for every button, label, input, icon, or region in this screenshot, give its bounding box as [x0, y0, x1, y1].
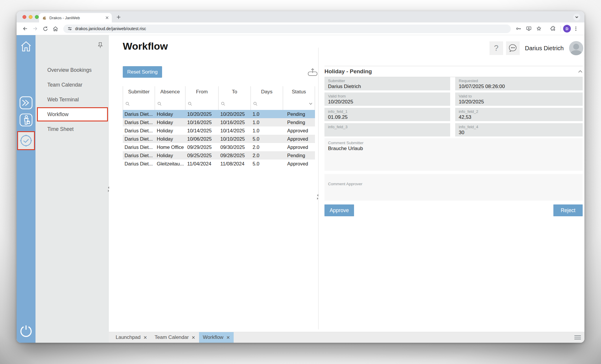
workflow-list-area: Workflow Reset Sorting SubmitterAbsenceF…: [109, 35, 319, 332]
tab-close-icon[interactable]: [105, 16, 109, 20]
field-requested[interactable]: Requested10/07/2025 08:26:00: [455, 77, 583, 90]
column-header-status[interactable]: Status: [283, 86, 315, 98]
close-icon[interactable]: ×: [226, 334, 230, 340]
close-icon[interactable]: ×: [143, 334, 147, 340]
web-terminal-nav-icon[interactable]: [17, 95, 35, 110]
browser-profile-avatar[interactable]: D: [563, 25, 571, 32]
comment-approver-field[interactable]: Comment Approver: [324, 174, 583, 201]
detail-accordion-header[interactable]: Holiday - Pending: [324, 66, 583, 77]
employee-nav-icon[interactable]: [17, 113, 35, 127]
window-controls: [22, 15, 39, 19]
bookmark-star-icon[interactable]: [534, 24, 544, 34]
address-bar[interactable]: drakos.janicloud.de/janiweb/outest.risc: [63, 25, 511, 33]
filter-submitter[interactable]: [123, 98, 155, 110]
password-key-icon[interactable]: [514, 24, 524, 34]
export-icon[interactable]: [307, 68, 318, 77]
sidebar-resize-handle[interactable]: [108, 186, 110, 192]
cell: 2.0: [251, 144, 283, 150]
time-sheet-nav-icon[interactable]: [19, 134, 33, 147]
window-minimize-button[interactable]: [29, 15, 33, 19]
cell: Holiday: [155, 128, 185, 134]
sidebar-item-team-calendar[interactable]: Team Calendar: [35, 77, 109, 92]
window-close-button[interactable]: [22, 15, 26, 19]
bottom-tab-workflow[interactable]: Workflow×: [199, 332, 234, 343]
sidebar-item-time-sheet[interactable]: Time Sheet: [35, 122, 109, 136]
bottom-tab-team-calendar[interactable]: Team Calendar×: [151, 332, 199, 343]
filter-absence[interactable]: [155, 98, 185, 110]
field-label: Requested: [459, 79, 579, 83]
icon-rail: [17, 35, 35, 343]
cell: 1.0: [251, 120, 283, 125]
install-app-icon[interactable]: [524, 24, 534, 34]
workflow-table: SubmitterAbsenceFromToDaysStatus Darius …: [123, 86, 315, 168]
comment-submitter-field[interactable]: Comment Submitter Brauche Urlaub: [324, 138, 583, 171]
field-valid-from[interactable]: Valid from10/20/2025: [324, 92, 450, 106]
column-header-absence[interactable]: Absence: [155, 86, 185, 98]
chat-button[interactable]: [506, 41, 520, 55]
browser-window: Drakos - JaniWeb: [17, 11, 584, 343]
close-icon[interactable]: ×: [192, 334, 195, 340]
reject-button[interactable]: Reject: [553, 204, 583, 216]
forward-icon[interactable]: [30, 24, 40, 34]
help-button[interactable]: ?: [489, 41, 503, 55]
bottom-tab-launchpad[interactable]: Launchpad×: [112, 332, 151, 343]
window-zoom-button[interactable]: [35, 15, 39, 19]
cell: 1.0: [251, 128, 283, 134]
chevron-up-icon[interactable]: [578, 70, 583, 73]
back-icon[interactable]: [20, 24, 30, 34]
cell: 1.0: [251, 111, 283, 117]
annotation-highlight-clock: [17, 131, 35, 150]
field-info-feld-3[interactable]: info_feld_3: [324, 123, 450, 136]
browser-menu-kebab-icon[interactable]: [571, 24, 581, 34]
detail-panel: ? Darius Dietrich Holiday - Pending: [319, 35, 584, 332]
tab-list-menu-icon[interactable]: [574, 335, 581, 339]
filter-status[interactable]: [283, 98, 315, 110]
field-info-feld-1[interactable]: info_feld_101.09.25: [324, 108, 450, 121]
home-icon[interactable]: [50, 24, 60, 34]
sidebar-menu-panel: Overview BookingsTeam CalendarWeb Termin…: [35, 35, 109, 343]
field-submitter[interactable]: SubmitterDarius Dietrich: [324, 77, 450, 90]
main-column: Workflow Reset Sorting SubmitterAbsenceF…: [109, 35, 584, 343]
field-info-feld-2[interactable]: info_feld_242,53: [455, 108, 583, 121]
table-row[interactable]: Darius Diet...Holiday10/06/202510/10/202…: [123, 135, 315, 143]
new-tab-button[interactable]: [115, 14, 122, 20]
field-info-feld-4[interactable]: info_feld_430: [455, 123, 583, 136]
column-header-submitter[interactable]: Submitter: [123, 86, 155, 98]
cell: Approved: [283, 161, 315, 167]
sidebar-item-web-terminal[interactable]: Web Terminal: [35, 92, 109, 107]
app-content: Overview BookingsTeam CalendarWeb Termin…: [17, 35, 584, 343]
table-row[interactable]: Darius Diet...Holiday10/16/202510/16/202…: [123, 118, 315, 126]
cell: 5.0: [251, 161, 283, 167]
comment-approver-label: Comment Approver: [328, 182, 579, 186]
cell: Darius Diet...: [123, 161, 155, 167]
reset-sorting-button[interactable]: Reset Sorting: [123, 66, 162, 78]
cell: Pending: [283, 120, 315, 125]
column-header-to[interactable]: To: [219, 86, 251, 98]
column-header-days[interactable]: Days: [251, 86, 283, 98]
home-nav-icon[interactable]: [17, 40, 35, 53]
logout-power-icon[interactable]: [17, 323, 35, 339]
reload-icon[interactable]: [40, 24, 50, 34]
field-valid-to[interactable]: Valid to10/20/2025: [455, 92, 583, 106]
chat-bubble-icon: [508, 43, 518, 53]
table-row[interactable]: Darius Diet...Holiday10/14/202510/14/202…: [123, 126, 315, 135]
table-row[interactable]: Darius Diet...Gleitzeitau...11/04/202411…: [123, 160, 315, 168]
cell: Darius Diet...: [123, 144, 155, 150]
pin-icon[interactable]: [96, 42, 104, 51]
user-avatar[interactable]: [569, 41, 583, 55]
approve-button[interactable]: Approve: [324, 204, 354, 216]
column-header-from[interactable]: From: [185, 86, 219, 98]
sidebar-item-overview-bookings[interactable]: Overview Bookings: [35, 63, 109, 77]
sidebar-item-workflow[interactable]: Workflow: [37, 107, 108, 121]
filter-days[interactable]: [251, 98, 283, 110]
table-row[interactable]: Darius Diet...Holiday10/20/202510/20/202…: [123, 110, 315, 118]
tab-search-button[interactable]: [573, 14, 580, 21]
site-settings-icon[interactable]: [67, 26, 72, 31]
filter-to[interactable]: [219, 98, 251, 110]
filter-from[interactable]: [185, 98, 219, 110]
table-row[interactable]: Darius Diet...Holiday09/25/202509/28/202…: [123, 151, 315, 160]
table-row[interactable]: Darius Diet...Home Office09/29/202509/30…: [123, 143, 315, 151]
browser-tab[interactable]: Drakos - JaniWeb: [39, 13, 112, 22]
cell: 2.0: [251, 153, 283, 158]
extensions-puzzle-icon[interactable]: [548, 24, 558, 34]
